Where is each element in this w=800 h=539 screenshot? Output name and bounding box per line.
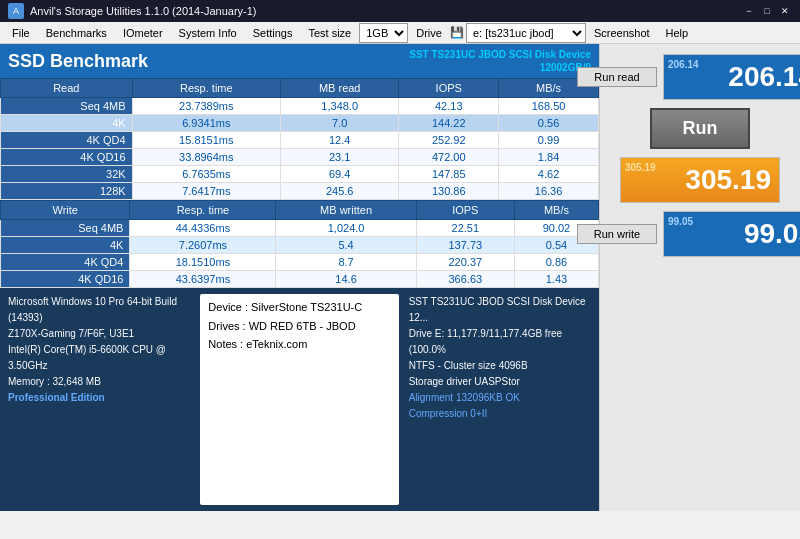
sys-line2: Z170X-Gaming 7/F6F, U3E1	[8, 326, 190, 342]
system-info-col: Microsoft Windows 10 Pro 64-bit Build (1…	[8, 294, 190, 505]
ssd-title-text: SSD Benchmark	[8, 51, 148, 72]
sst-line3: NTFS - Cluster size 4096B	[409, 358, 591, 374]
device-model: SST TS231UC JBOD SCSI Disk Device	[409, 48, 591, 61]
table-row: 4K 6.9341ms 7.0 144.22 0.56	[1, 115, 599, 132]
close-button[interactable]: ✕	[778, 4, 792, 18]
mb-value: 69.4	[281, 166, 399, 183]
col-header-mbwritten: MB written	[276, 201, 416, 220]
col-header-write: Write	[1, 201, 130, 220]
iops-value: 147.85	[399, 166, 499, 183]
sst-line5: Alignment 132096KB OK	[409, 390, 591, 406]
resp-time: 44.4336ms	[130, 220, 276, 237]
row-name: 4K QD16	[1, 149, 133, 166]
read-score-small: 206.14	[668, 59, 699, 70]
menu-benchmarks[interactable]: Benchmarks	[38, 25, 115, 41]
maximize-button[interactable]: □	[760, 4, 774, 18]
write-section: Write Resp. time MB written IOPS MB/s Se…	[0, 200, 599, 288]
menu-system-info[interactable]: System Info	[171, 25, 245, 41]
read-score-row: Run read 206.14 206.14	[577, 54, 800, 100]
mb-value: 23.1	[281, 149, 399, 166]
sst-info-col: SST TS231UC JBOD SCSI Disk Device 12... …	[409, 294, 591, 505]
iops-value: 366.63	[416, 271, 514, 288]
window-controls: − □ ✕	[742, 4, 792, 18]
table-row: Seq 4MB 23.7389ms 1,348.0 42.13 168.50	[1, 98, 599, 115]
read-score-number: 206.14	[728, 61, 800, 92]
sys-line3: Intel(R) Core(TM) i5-6600K CPU @ 3.50GHz	[8, 342, 190, 374]
col-header-resp: Resp. time	[132, 79, 280, 98]
resp-time: 18.1510ms	[130, 254, 276, 271]
toolbar-drive-label: Drive	[408, 25, 450, 41]
drive-select[interactable]: e: [ts231uc jbod]	[466, 23, 586, 43]
mbs-value: 0.56	[499, 115, 599, 132]
write-score-value: 99.05 99.05	[664, 212, 800, 256]
write-score-small: 99.05	[668, 216, 693, 227]
col-header-iops-w: IOPS	[416, 201, 514, 220]
resp-time: 15.8151ms	[132, 132, 280, 149]
row-name: 32K	[1, 166, 133, 183]
col-header-resp-w: Resp. time	[130, 201, 276, 220]
info-panel: Microsoft Windows 10 Pro 64-bit Build (1…	[0, 288, 599, 511]
professional-edition: Professional Edition	[8, 390, 190, 406]
mb-value: 14.6	[276, 271, 416, 288]
menu-file[interactable]: File	[4, 25, 38, 41]
resp-time: 7.2607ms	[130, 237, 276, 254]
total-score-value: 305.19 305.19	[621, 158, 779, 202]
mbs-value: 1.84	[499, 149, 599, 166]
menu-help[interactable]: Help	[658, 25, 697, 41]
iops-value: 130.86	[399, 183, 499, 200]
run-button[interactable]: Run	[650, 108, 750, 149]
read-score-value: 206.14 206.14	[664, 55, 800, 99]
app-icon: A	[8, 3, 24, 19]
run-write-button[interactable]: Run write	[577, 224, 657, 244]
device-panel: Device : SilverStone TS231U-C Drives : W…	[200, 294, 398, 505]
read-score-box: 206.14 206.14	[663, 54, 800, 100]
iops-value: 42.13	[399, 98, 499, 115]
sst-line6: Compression 0+II	[409, 406, 591, 422]
mb-value: 1,348.0	[281, 98, 399, 115]
table-row: Seq 4MB 44.4336ms 1,024.0 22.51 90.02	[1, 220, 599, 237]
resp-time: 43.6397ms	[130, 271, 276, 288]
ssd-title-bar: SSD Benchmark SST TS231UC JBOD SCSI Disk…	[0, 44, 599, 78]
resp-time: 6.9341ms	[132, 115, 280, 132]
toolbar-test-size-label: Test size	[300, 25, 359, 41]
write-score-number: 99.05	[744, 218, 800, 249]
table-row: 4K QD16 33.8964ms 23.1 472.00 1.84	[1, 149, 599, 166]
drive-icon: 💾	[450, 26, 464, 39]
row-name: 4K QD4	[1, 132, 133, 149]
right-panel: Run read 206.14 206.14 Run 305.19 305.19	[600, 44, 800, 511]
table-row: 32K 6.7635ms 69.4 147.85 4.62	[1, 166, 599, 183]
mb-value: 12.4	[281, 132, 399, 149]
row-name: 128K	[1, 183, 133, 200]
row-name: 4K QD16	[1, 271, 130, 288]
row-name: 4K	[1, 237, 130, 254]
table-row: 4K QD4 15.8151ms 12.4 252.92 0.99	[1, 132, 599, 149]
sys-line4: Memory : 32,648 MB	[8, 374, 190, 390]
mb-value: 5.4	[276, 237, 416, 254]
row-name: Seq 4MB	[1, 98, 133, 115]
sst-line4: Storage driver UASPStor	[409, 374, 591, 390]
col-header-iops: IOPS	[399, 79, 499, 98]
resp-time: 23.7389ms	[132, 98, 280, 115]
run-read-button[interactable]: Run read	[577, 67, 657, 87]
iops-value: 22.51	[416, 220, 514, 237]
total-score-box: 305.19 305.19	[620, 157, 780, 203]
mbs-value: 0.99	[499, 132, 599, 149]
row-name: 4K QD4	[1, 254, 130, 271]
mb-value: 245.6	[281, 183, 399, 200]
menu-screenshot[interactable]: Screenshot	[586, 25, 658, 41]
drives-line: Drives : WD RED 6TB - JBOD	[208, 317, 390, 336]
mb-value: 7.0	[281, 115, 399, 132]
menu-settings[interactable]: Settings	[245, 25, 301, 41]
mb-value: 8.7	[276, 254, 416, 271]
read-section: Read Resp. time MB read IOPS MB/s Seq 4M…	[0, 78, 599, 200]
test-size-select[interactable]: 1GB 4GB 8GB	[359, 23, 408, 43]
menu-iometer[interactable]: IOmeter	[115, 25, 171, 41]
col-header-mbread: MB read	[281, 79, 399, 98]
iops-value: 144.22	[399, 115, 499, 132]
iops-value: 220.37	[416, 254, 514, 271]
minimize-button[interactable]: −	[742, 4, 756, 18]
sst-line2: Drive E: 11,177.9/11,177.4GB free (100.0…	[409, 326, 591, 358]
write-table: Write Resp. time MB written IOPS MB/s Se…	[0, 200, 599, 288]
notes-line: Notes : eTeknix.com	[208, 335, 390, 354]
iops-value: 137.73	[416, 237, 514, 254]
